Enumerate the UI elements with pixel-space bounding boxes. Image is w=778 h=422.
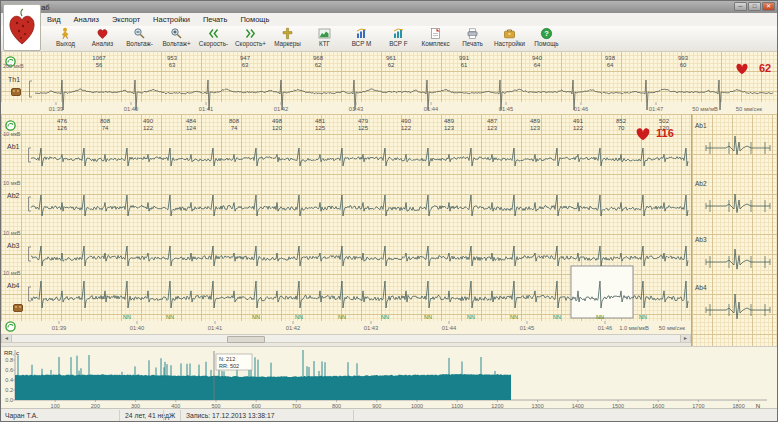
hr-value: 63	[169, 62, 176, 68]
channel-label-ab4: Ab4	[7, 282, 19, 289]
channel-label-ab3: Ab3	[7, 242, 19, 249]
hr-value: 124	[186, 125, 197, 131]
horizontal-scrollbar[interactable]: ◄ ►	[1, 334, 691, 343]
speed-minus-button[interactable]: Скорость-	[195, 26, 232, 47]
menu-item-6[interactable]: Помощь	[240, 15, 269, 24]
sync-icon[interactable]	[5, 117, 16, 128]
print-icon	[466, 27, 479, 40]
print-button[interactable]: Печать	[454, 26, 491, 47]
patient-name: Чаран Т.А.	[5, 412, 38, 419]
electrode-icon	[11, 88, 21, 96]
time-label: 01:41	[199, 106, 214, 112]
markers-button[interactable]: Маркеры	[269, 26, 306, 47]
rr-ms-value: 489	[530, 118, 541, 124]
scroll-left-arrow[interactable]: ◄	[2, 335, 12, 342]
settings-label: Настройки	[494, 40, 525, 47]
speed-minus-icon	[207, 27, 220, 40]
hr-value: 125	[358, 125, 369, 131]
maternal-heart-rate: 62	[759, 62, 771, 74]
complex-icon	[429, 27, 442, 40]
selection-box[interactable]	[571, 266, 633, 318]
time-label: 01:44	[442, 325, 457, 331]
vsr-f-button[interactable]: ВСР F	[380, 26, 417, 47]
hr-value: 125	[315, 125, 326, 131]
close-button[interactable]: ✕	[762, 2, 775, 11]
calibration-mark	[29, 287, 32, 301]
rr-ms-value: 940	[532, 55, 543, 61]
hr-value: 70	[618, 125, 625, 131]
abdominal-ecg-canvas: 4761268087449012248412480874498120481125…	[1, 114, 691, 334]
hr-value: 122	[143, 125, 154, 131]
nn-annotation: NN	[123, 314, 131, 320]
nn-annotation: NN	[424, 314, 432, 320]
rr-ms-value: 490	[401, 118, 412, 124]
time-label: 01:47	[649, 106, 664, 112]
hr-value: 60	[680, 62, 687, 68]
vsr-f-label: ВСР F	[389, 40, 407, 47]
volt-plus-button[interactable]: Вольтаж+	[158, 26, 195, 47]
y-tick-label: 0.8	[5, 357, 13, 363]
tooltip-n-value: N: 212	[219, 356, 235, 362]
nn-annotation: NN	[381, 314, 389, 320]
ktg-button[interactable]: КТГ	[306, 26, 343, 47]
calibration-mark	[30, 81, 33, 97]
nn-annotation: NN	[252, 314, 260, 320]
volt-plus-icon	[170, 27, 183, 40]
time-label: 01:43	[364, 325, 379, 331]
channel-scale-label: 10 мкВ	[3, 131, 21, 137]
hr-value: 64	[534, 62, 541, 68]
hr-value: 123	[444, 125, 455, 131]
menu-item-3[interactable]: Экспорт	[112, 15, 140, 24]
markers-label: Маркеры	[274, 40, 301, 47]
time-label: 01:40	[124, 106, 139, 112]
rr-trend-panel[interactable]: RR, с0.80.60.40.20.010020030040050060070…	[1, 346, 778, 409]
menu-item-5[interactable]: Печать	[203, 15, 228, 24]
abdominal-ecg-area[interactable]: 4761268087449012248412480874498120481125…	[1, 114, 691, 334]
rr-ms-value: 479	[358, 118, 369, 124]
channel-scale-label: 10 мкВ	[3, 230, 21, 236]
averaged-complex-trace	[706, 194, 770, 213]
rr-ms-value: 484	[186, 118, 197, 124]
hr-value: 126	[57, 125, 68, 131]
help-button[interactable]: ?Помощь	[528, 26, 565, 47]
menu-item-2[interactable]: Анализ	[74, 15, 99, 24]
rr-area	[15, 374, 511, 400]
maximize-button[interactable]: □	[748, 2, 761, 11]
channel-scale-label: 10 мкВ	[3, 270, 21, 276]
hr-value: 74	[231, 125, 238, 131]
volt-minus-button[interactable]: Вольтаж-	[121, 26, 158, 47]
rr-ms-value: 852	[616, 118, 627, 124]
scrollbar-thumb[interactable]	[227, 336, 265, 343]
rr-axis-title: RR, с	[4, 350, 19, 356]
complex-button[interactable]: Комплекс	[417, 26, 454, 47]
rr-ms-value: 961	[386, 55, 397, 61]
avg-channel-label-ab4: Ab4	[695, 284, 707, 291]
analysis-button[interactable]: Анализ	[84, 26, 121, 47]
minimize-button[interactable]: ─	[734, 2, 747, 11]
vsr-m-button[interactable]: ВСР М	[343, 26, 380, 47]
exit-button[interactable]: Выход	[47, 26, 84, 47]
settings-button[interactable]: Настройки	[491, 26, 528, 47]
ktg-icon	[318, 27, 331, 40]
exit-icon	[59, 27, 72, 40]
time-axis-band	[1, 321, 691, 334]
rr-ms-value: 993	[678, 55, 689, 61]
tooltip-rr-value: RR: 502	[219, 363, 239, 369]
time-label: 01:46	[574, 106, 589, 112]
maternal-ecg-strip[interactable]: 1067569536394763968629616299161940649386…	[1, 51, 778, 115]
hr-value: 64	[607, 62, 614, 68]
speed-scale-label: 50 мм/сек	[736, 106, 763, 112]
sync-icon[interactable]	[5, 318, 16, 329]
rr-ms-value: 947	[240, 55, 251, 61]
menu-item-4[interactable]: Настройки	[153, 15, 190, 24]
speed-plus-button[interactable]: Скорость+	[232, 26, 269, 47]
menu-item-1[interactable]: Вид	[47, 15, 61, 24]
calibration-mark	[29, 247, 32, 261]
rr-ms-value: 502	[659, 118, 670, 124]
scroll-right-arrow[interactable]: ►	[680, 335, 690, 342]
nn-annotation: NN	[166, 314, 174, 320]
rr-trend-canvas: RR, с0.80.60.40.20.010020030040050060070…	[1, 347, 778, 409]
averaged-complexes-panel: Ab1Ab2Ab3Ab4	[691, 114, 778, 346]
svg-text:?: ?	[544, 29, 549, 38]
time-label: 01:42	[286, 325, 301, 331]
